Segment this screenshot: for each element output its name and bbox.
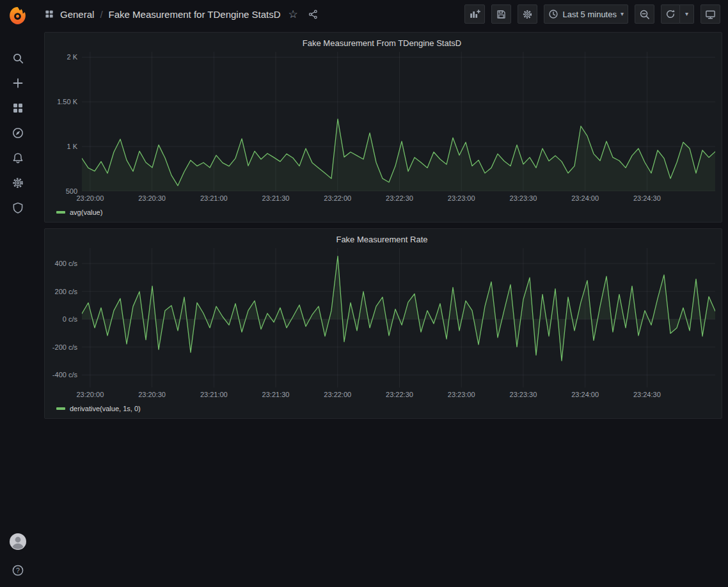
top-navbar: General / Fake Measurement for TDengine …	[35, 0, 728, 28]
x-tick-label: 23:21:30	[262, 391, 290, 398]
x-tick-label: 23:24:30	[633, 194, 661, 202]
x-tick-label: 23:22:30	[386, 391, 413, 398]
caret-down-icon: ▾	[621, 11, 624, 17]
y-tick-label: 200 c/s	[55, 288, 77, 295]
y-tick-label: 500	[66, 187, 77, 195]
refresh-button-group: ▾	[661, 4, 694, 24]
zoom-out-button[interactable]	[635, 4, 654, 24]
add-panel-icon	[469, 8, 480, 20]
y-tick-label: -200 c/s	[52, 343, 77, 351]
x-tick-label: 23:21:00	[200, 194, 228, 202]
settings-gear-icon	[522, 9, 533, 20]
x-tick-label: 23:21:30	[262, 194, 290, 202]
legend: avg(value)	[49, 205, 715, 219]
user-avatar-button[interactable]	[5, 531, 31, 552]
refresh-button[interactable]	[661, 4, 680, 24]
breadcrumb-separator: /	[100, 9, 102, 20]
clock-icon	[548, 9, 558, 19]
sidebar-item-dashboards[interactable]	[5, 98, 31, 118]
star-icon: ☆	[289, 9, 298, 20]
zoom-out-icon	[639, 9, 650, 20]
settings-gear-icon	[12, 176, 24, 189]
main-area: General / Fake Measurement for TDengine …	[35, 0, 728, 587]
plot-area[interactable]	[82, 52, 715, 191]
svg-text:?: ?	[16, 567, 20, 574]
breadcrumb-root[interactable]: General	[60, 9, 94, 20]
dashboards-grid-icon	[44, 9, 54, 19]
y-axis: 400 c/s200 c/s0 c/s-200 c/s-400 c/s	[49, 248, 82, 387]
x-tick-label: 23:23:30	[510, 194, 537, 202]
x-tick-label: 23:21:00	[200, 391, 228, 398]
y-tick-label: 1 K	[67, 143, 77, 150]
refresh-interval-dropdown[interactable]: ▾	[680, 4, 694, 24]
plus-icon	[12, 77, 24, 90]
x-tick-label: 23:20:30	[138, 194, 166, 202]
legend-series-label[interactable]: avg(value)	[70, 208, 102, 216]
breadcrumb: General / Fake Measurement for TDengine …	[44, 8, 320, 21]
dashboards-grid-icon	[12, 102, 24, 114]
x-tick-label: 23:23:30	[510, 391, 537, 398]
grafana-logo[interactable]	[7, 5, 28, 26]
sidebar-item-explore[interactable]	[5, 123, 31, 143]
plot-area[interactable]	[82, 248, 715, 387]
share-dashboard-button[interactable]	[306, 8, 320, 21]
sidebar-item-create[interactable]	[5, 73, 31, 93]
dashboard-settings-button[interactable]	[518, 4, 537, 24]
x-tick-label: 23:22:00	[324, 391, 351, 398]
share-icon	[308, 9, 319, 20]
sidebar-item-search[interactable]	[5, 48, 31, 68]
x-tick-label: 23:24:00	[571, 391, 599, 398]
x-tick-label: 23:20:00	[76, 194, 104, 202]
save-dashboard-button[interactable]	[491, 4, 511, 24]
help-button[interactable]: ?	[5, 560, 31, 581]
x-tick-label: 23:24:00	[571, 194, 599, 202]
star-dashboard-button[interactable]: ☆	[287, 8, 300, 21]
time-range-picker[interactable]: Last 5 minutes ▾	[544, 4, 628, 24]
x-tick-label: 23:24:30	[633, 391, 661, 398]
legend-series-label[interactable]: derivative(value, 1s, 0)	[70, 405, 141, 412]
y-tick-label: 0 c/s	[63, 315, 77, 323]
sidebar-nav	[5, 48, 31, 218]
save-icon	[496, 9, 507, 20]
legend-series-swatch	[56, 211, 65, 214]
alerting-bell-icon	[12, 152, 24, 164]
panel-fake-measurement-rate: Fake Measurement Rate 400 c/s200 c/s0 c/…	[44, 228, 722, 419]
legend: derivative(value, 1s, 0)	[49, 402, 715, 416]
caret-down-icon: ▾	[685, 11, 688, 17]
grafana-logo-icon	[7, 5, 28, 26]
chart-area: 2 K1.50 K1 K500	[49, 52, 715, 191]
sidebar-item-alerting[interactable]	[5, 148, 31, 168]
x-tick-label: 23:22:00	[324, 194, 351, 202]
time-range-label: Last 5 minutes	[562, 10, 617, 19]
panel-fake-measurement: Fake Measurement From TDengine StatsD 2 …	[44, 32, 722, 223]
y-axis: 2 K1.50 K1 K500	[49, 52, 82, 191]
legend-series-swatch	[56, 407, 65, 410]
x-tick-label: 23:23:00	[448, 391, 475, 398]
sidebar-item-server-admin[interactable]	[5, 198, 31, 218]
x-axis: 23:20:0023:20:3023:21:0023:21:3023:22:00…	[82, 191, 715, 205]
breadcrumb-current[interactable]: Fake Measurement for TDengine StatsD	[109, 9, 281, 20]
panel-title[interactable]: Fake Measurement From TDengine StatsD	[49, 36, 715, 52]
y-tick-label: 400 c/s	[55, 260, 77, 267]
kiosk-tv-icon	[705, 9, 716, 20]
kiosk-mode-button[interactable]	[700, 4, 720, 24]
sidebar: ?	[0, 0, 35, 587]
navbar-actions: Last 5 minutes ▾	[464, 4, 720, 24]
dashboard-content: Fake Measurement From TDengine StatsD 2 …	[35, 28, 728, 587]
x-tick-label: 23:20:00	[76, 391, 104, 398]
x-tick-label: 23:22:30	[386, 194, 413, 202]
y-tick-label: 2 K	[67, 53, 77, 61]
admin-shield-icon	[12, 201, 24, 214]
refresh-icon	[665, 9, 676, 19]
panel-title[interactable]: Fake Measurement Rate	[49, 233, 715, 248]
sidebar-bottom: ?	[5, 531, 31, 581]
sidebar-item-configuration[interactable]	[5, 173, 31, 193]
y-tick-label: -400 c/s	[52, 371, 77, 379]
y-tick-label: 1.50 K	[57, 98, 77, 106]
help-icon: ?	[12, 564, 24, 577]
x-tick-label: 23:23:00	[448, 194, 475, 202]
avatar	[10, 533, 26, 550]
add-panel-button[interactable]	[464, 4, 485, 24]
search-icon	[12, 52, 24, 65]
x-axis: 23:20:0023:20:3023:21:0023:21:3023:22:00…	[82, 387, 715, 402]
